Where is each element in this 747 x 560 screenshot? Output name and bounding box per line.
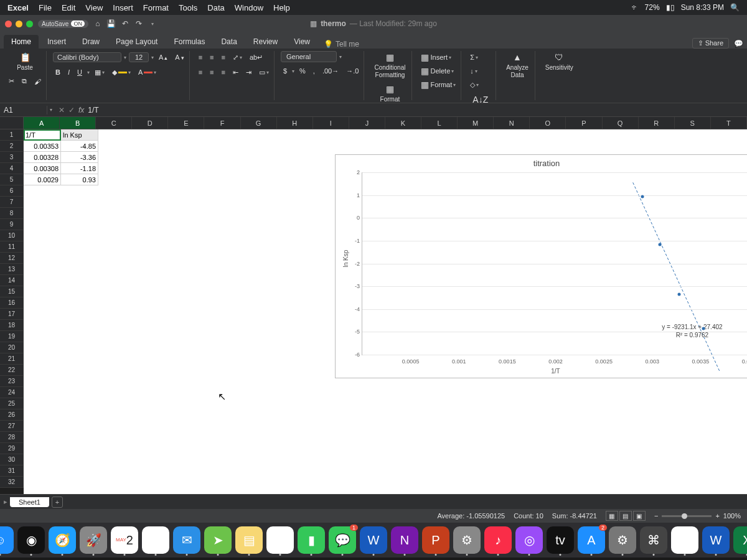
dock-app-podcasts[interactable]: ◎ (515, 526, 543, 554)
row-header[interactable]: 4 (0, 163, 24, 174)
dock-app-onenote[interactable]: N (391, 526, 418, 554)
format-painter-icon[interactable]: 🖌 (32, 75, 44, 88)
row-header[interactable]: 3 (0, 152, 24, 163)
dock-app-excel[interactable]: X (733, 526, 747, 554)
decrease-font-icon[interactable]: A▾ (172, 51, 186, 63)
chart-plot-area[interactable]: ln Ksp 1/T y = -9231.1x + 27.402R² = 0.9… (362, 172, 747, 355)
row-header[interactable]: 32 (0, 477, 24, 488)
cell[interactable]: 0.0029 (24, 174, 61, 185)
cell[interactable]: -3.36 (61, 152, 98, 163)
row-header[interactable]: 29 (0, 443, 24, 454)
row-header[interactable]: 17 (0, 309, 24, 320)
formula-input[interactable]: 1/T (88, 106, 98, 114)
zoom-out-icon[interactable]: − (654, 512, 658, 520)
select-all-corner[interactable] (0, 117, 24, 129)
copy-icon[interactable]: ⧉ (19, 75, 29, 88)
col-header-N[interactable]: N (494, 117, 530, 129)
row-header[interactable]: 13 (0, 264, 24, 275)
cell[interactable]: -1.18 (61, 163, 98, 174)
align-top-icon[interactable]: ≡ (196, 51, 205, 63)
chevron-down-icon[interactable]: ▾ (151, 55, 154, 60)
row-header[interactable]: 15 (0, 286, 24, 297)
row-header[interactable]: 9 (0, 219, 24, 230)
row-header[interactable]: 6 (0, 185, 24, 197)
dock-app-settings[interactable]: ⚙ (453, 526, 481, 554)
save-icon[interactable]: 💾 (107, 19, 116, 28)
col-header-Q[interactable]: Q (603, 117, 639, 129)
wrap-text-icon[interactable]: ab↵ (247, 51, 265, 63)
italic-button[interactable]: I (65, 66, 72, 78)
zoom-control[interactable]: − + 100% (654, 512, 741, 520)
menu-view[interactable]: View (85, 3, 103, 12)
font-size-select[interactable]: 12 (129, 52, 149, 62)
align-center-icon[interactable]: ≡ (207, 66, 216, 78)
dock-app-photos[interactable]: ✿ (266, 526, 294, 554)
percent-button[interactable]: % (297, 65, 308, 77)
dock-app-appletv[interactable]: tv (547, 526, 574, 554)
number-format-select[interactable]: General (281, 51, 337, 62)
view-buttons[interactable]: ▦ ▤ ▣ (606, 511, 646, 521)
pagelayout-view-icon[interactable]: ▤ (619, 511, 632, 521)
row-header[interactable]: 10 (0, 230, 24, 241)
paste-button[interactable]: 📋 Paste (6, 51, 44, 73)
border-button[interactable]: ▦▾ (92, 66, 107, 78)
cell[interactable]: 0.93 (61, 174, 98, 185)
tab-pagelayout[interactable]: Page Layout (108, 35, 165, 49)
row-header[interactable]: 7 (0, 197, 24, 208)
enter-icon[interactable]: ✓ (68, 106, 75, 114)
tab-data[interactable]: Data (214, 35, 244, 49)
cell[interactable]: 0.00328 (24, 152, 61, 163)
row-header[interactable]: 18 (0, 320, 24, 331)
fill-button[interactable]: ↓▾ (467, 65, 480, 77)
increase-font-icon[interactable]: A▴ (156, 51, 170, 63)
format-as-table-button[interactable]: ▦Format as Table (370, 83, 409, 103)
chart-point[interactable] (702, 327, 705, 330)
row-header[interactable]: 20 (0, 342, 24, 353)
row-header[interactable]: 12 (0, 253, 24, 264)
col-header-M[interactable]: M (458, 117, 494, 129)
bold-button[interactable]: B (53, 66, 63, 78)
row-header[interactable]: 1 (0, 129, 24, 141)
dock-app-powerpoint[interactable]: P (422, 526, 449, 554)
cells-area[interactable]: 1/Tln Ksp0.00353-4.850.00328-3.360.00308… (24, 129, 747, 494)
cut-icon[interactable]: ✂ (6, 75, 17, 88)
font-name-select[interactable]: Calibri (Body) (53, 52, 121, 62)
dock-app-apps[interactable]: ⠿ (142, 526, 169, 554)
row-header[interactable]: 23 (0, 376, 24, 387)
col-header-D[interactable]: D (132, 117, 168, 129)
cell[interactable]: -4.85 (61, 141, 98, 152)
increase-decimal-icon[interactable]: .00→ (320, 65, 341, 77)
col-header-H[interactable]: H (277, 117, 313, 129)
col-header-J[interactable]: J (349, 117, 385, 129)
format-cells-button[interactable]: ▦Format▾ (418, 78, 458, 91)
row-header[interactable]: 19 (0, 331, 24, 342)
dock-app-word2[interactable]: W (702, 526, 730, 554)
tab-home[interactable]: Home (4, 35, 39, 49)
menu-tools[interactable]: Tools (179, 3, 197, 12)
row-header[interactable]: 22 (0, 365, 24, 376)
tab-formulas[interactable]: Formulas (166, 35, 212, 49)
col-header-A[interactable]: A (24, 117, 60, 129)
orientation-icon[interactable]: ⤢▾ (230, 51, 245, 63)
name-box[interactable]: A1 (0, 106, 47, 114)
col-header-F[interactable]: F (204, 117, 240, 129)
cell[interactable]: 0.00308 (24, 163, 61, 174)
menu-help[interactable]: Help (273, 3, 290, 12)
autosum-button[interactable]: Σ▾ (467, 51, 481, 63)
chart-point[interactable] (678, 293, 681, 296)
align-middle-icon[interactable]: ≡ (207, 51, 216, 63)
col-header-T[interactable]: T (711, 117, 747, 129)
search-icon[interactable]: 🔍 (730, 3, 740, 12)
col-header-L[interactable]: L (421, 117, 458, 129)
dock-app-prefs[interactable]: ⚙ (609, 526, 636, 554)
merge-button[interactable]: ▭▾ (256, 66, 271, 78)
decrease-decimal-icon[interactable]: →.0 (344, 65, 361, 77)
font-color-button[interactable]: A▾ (136, 66, 159, 78)
autosave-toggle[interactable]: AutoSave ON (38, 20, 88, 28)
conditional-formatting-button[interactable]: ▦Conditional Formatting (370, 51, 409, 80)
dock-app-calendar[interactable]: MAY2 (111, 526, 138, 554)
sensitivity-button[interactable]: 🛡Sensitivity (542, 51, 577, 73)
sheet-nav-icon[interactable]: ▸ (4, 498, 7, 506)
delete-cells-button[interactable]: ▦Delete▾ (418, 65, 458, 77)
zoom-in-icon[interactable]: + (715, 512, 719, 520)
